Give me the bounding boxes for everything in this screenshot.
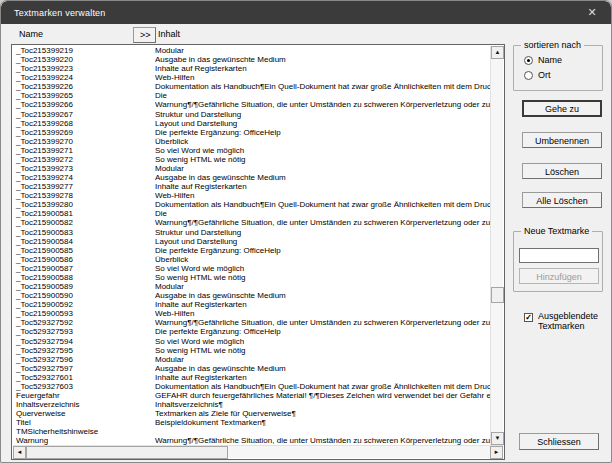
hidden-bookmarks-checkbox[interactable]: ✓ Ausgeblendete Textmarken xyxy=(524,311,600,331)
bookmark-content: So wenig HTML wie nötig xyxy=(155,273,490,282)
sort-by-ort-radio[interactable]: Ort xyxy=(524,70,551,80)
bookmark-row[interactable]: _Toc215900586Überblick xyxy=(13,255,490,264)
goto-button[interactable]: Gehe zu xyxy=(522,100,602,117)
close-dialog-button[interactable]: Schliessen xyxy=(519,433,599,450)
scroll-down-icon[interactable]: ▼ xyxy=(491,432,504,445)
bookmark-row[interactable]: _Toc215399278Web-Hilfen xyxy=(13,191,490,200)
bookmark-name: _Toc215900586 xyxy=(13,255,155,264)
bookmark-row[interactable]: WarnungWarnung¶/¶Gefährliche Situation, … xyxy=(13,436,490,445)
bookmark-row[interactable]: _Toc215900582Warnung¶/¶Gefährliche Situa… xyxy=(13,218,490,227)
add-button[interactable]: Hinzufügen xyxy=(519,268,599,284)
bookmark-row[interactable]: _Toc215900592Inhalte auf Registerkarten xyxy=(13,300,490,309)
bookmark-name: _Toc215399265 xyxy=(13,91,155,100)
bookmark-row[interactable]: _Toc215399270Überblick xyxy=(13,137,490,146)
bookmark-row[interactable]: _Toc215399224Web-Hilfen xyxy=(13,73,490,82)
horizontal-scrollbar[interactable]: ◄ ► xyxy=(13,445,503,458)
delete-all-button[interactable]: Alle Löschen xyxy=(522,192,602,208)
bookmark-row[interactable]: _Toc215399272So wenig HTML wie nötig xyxy=(13,155,490,164)
bookmark-content: Inhaltsverzeichnis¶ xyxy=(155,400,490,409)
delete-button[interactable]: Löschen xyxy=(522,163,602,179)
bookmark-row[interactable]: _Toc215399271So viel Word wie möglich xyxy=(13,146,490,155)
bookmark-row[interactable]: _Toc215399220Ausgabe in das gewünschte M… xyxy=(13,55,490,64)
scroll-right-icon[interactable]: ► xyxy=(490,446,503,459)
bookmark-row[interactable]: _Toc529327597Ausgabe in das gewünschte M… xyxy=(13,364,490,373)
new-bookmark-input[interactable] xyxy=(519,248,599,263)
bookmark-row[interactable]: _Toc529327596Modular xyxy=(13,355,490,364)
bookmark-content: Warnung¶/¶Gefährliche Situation, die unt… xyxy=(155,218,490,227)
bookmark-name: _Toc215399223 xyxy=(13,64,155,73)
bookmark-listbox[interactable]: _Toc215399219Modular_Toc215399220Ausgabe… xyxy=(11,44,505,460)
bookmark-name: _Toc215399273 xyxy=(13,164,155,173)
bookmark-row[interactable]: _Toc215399280Dokumentation als Handbuch¶… xyxy=(13,200,490,209)
scroll-up-icon[interactable]: ▲ xyxy=(491,46,504,59)
bookmark-name: _Toc215900590 xyxy=(13,291,155,300)
scroll-left-icon[interactable]: ◄ xyxy=(13,446,26,459)
bookmark-row[interactable]: _Toc529327593Die perfekte Ergänzung: Off… xyxy=(13,327,490,336)
bookmark-row[interactable]: FeuergefahrGEFAHR durch feuergefährliche… xyxy=(13,391,490,400)
bookmark-content: Inhalte auf Registerkarten xyxy=(155,300,490,309)
bookmark-row[interactable]: QuerverweiseTextmarken als Ziele für Que… xyxy=(13,409,490,418)
expand-columns-button[interactable]: >> xyxy=(133,27,156,43)
bookmark-row[interactable]: _Toc215399219Modular xyxy=(13,46,490,55)
bookmark-row[interactable]: _Toc215900589Modular xyxy=(13,282,490,291)
bookmark-row[interactable]: _Toc215399268Layout und Darstellung xyxy=(13,119,490,128)
bookmark-name: _Toc215399272 xyxy=(13,155,155,164)
bookmark-row[interactable]: _Toc529327595So wenig HTML wie nötig xyxy=(13,346,490,355)
bookmark-content: Ausgabe in das gewünschte Medium xyxy=(155,291,490,300)
bookmark-row[interactable]: _Toc215900588So wenig HTML wie nötig xyxy=(13,273,490,282)
bookmark-row[interactable]: _Toc215399266Warnung¶/¶Gefährliche Situa… xyxy=(13,100,490,109)
bookmark-row[interactable]: _Toc215399277Inhalte auf Registerkarten xyxy=(13,182,490,191)
checkbox-check-icon: ✓ xyxy=(524,313,533,322)
bookmark-row[interactable]: InhaltsverzeichnisInhaltsverzeichnis¶ xyxy=(13,400,490,409)
bookmark-content: So wenig HTML wie nötig xyxy=(155,155,490,164)
bookmark-content: Inhalte auf Registerkarten xyxy=(155,182,490,191)
bookmark-row[interactable]: _Toc215900593Web-Hilfen xyxy=(13,309,490,318)
bookmark-row[interactable]: _Toc529327594So viel Word wie möglich xyxy=(13,337,490,346)
bookmark-row[interactable]: _Toc215399269Die perfekte Ergänzung: Off… xyxy=(13,128,490,137)
bookmark-row[interactable]: TitelBeispieldokument Textmarken¶ xyxy=(13,418,490,427)
bookmark-row[interactable]: _Toc215900585Die perfekte Ergänzung: Off… xyxy=(13,246,490,255)
vertical-scrollbar[interactable]: ▲ ▼ xyxy=(490,46,503,445)
bookmark-row[interactable]: _Toc529327601Inhalte auf Registerkarten xyxy=(13,373,490,382)
bookmark-content: Überblick xyxy=(155,137,490,146)
title-bar[interactable]: Textmarken verwalten ✕ xyxy=(1,1,611,24)
bookmark-name: _Toc529327596 xyxy=(13,355,155,364)
bookmark-row[interactable]: _Toc215399226Dokumentation als Handbuch¶… xyxy=(13,82,490,91)
bookmark-name: _Toc529327595 xyxy=(13,346,155,355)
bookmark-row[interactable]: _Toc215399267Struktur und Darstellung xyxy=(13,110,490,119)
bookmark-content: Struktur und Darstellung xyxy=(155,110,490,119)
sort-by-name-radio[interactable]: Name xyxy=(524,55,562,65)
close-icon[interactable]: ✕ xyxy=(577,1,607,24)
bookmark-name: _Toc215399267 xyxy=(13,110,155,119)
bookmark-content xyxy=(155,427,490,436)
bookmark-row[interactable]: _Toc529327603Dokumentation als Handbuch¶… xyxy=(13,382,490,391)
bookmark-row[interactable]: TMSicherheitshinweise xyxy=(13,427,490,436)
bookmark-name: _Toc529327597 xyxy=(13,364,155,373)
window-title: Textmarken verwalten xyxy=(14,8,106,18)
bookmark-row[interactable]: _Toc215399274Ausgabe in das gewünschte M… xyxy=(13,173,490,182)
bookmark-content: Die perfekte Ergänzung: OfficeHelp xyxy=(155,128,490,137)
bookmark-content: Die xyxy=(155,91,490,100)
bookmark-name: Querverweise xyxy=(13,409,155,418)
bookmark-content: Web-Hilfen xyxy=(155,309,490,318)
bookmark-row[interactable]: _Toc215900581Die xyxy=(13,209,490,218)
bookmark-content: Die perfekte Ergänzung: OfficeHelp xyxy=(155,246,490,255)
bookmark-row[interactable]: _Toc215399223Inhalte auf Registerkarten xyxy=(13,64,490,73)
bookmark-row[interactable]: _Toc215399265Die xyxy=(13,91,490,100)
bookmark-row[interactable]: _Toc215900590Ausgabe in das gewünschte M… xyxy=(13,291,490,300)
bookmark-content: GEFAHR durch feuergefährliches Material!… xyxy=(155,391,490,400)
rename-button[interactable]: Umbenennen xyxy=(522,132,602,148)
bookmark-name: _Toc215399224 xyxy=(13,73,155,82)
bookmark-row[interactable]: _Toc215900584Layout und Darstellung xyxy=(13,237,490,246)
bookmark-row[interactable]: _Toc215399273Modular xyxy=(13,164,490,173)
bookmark-row[interactable]: _Toc529327592Warnung¶/¶Gefährliche Situa… xyxy=(13,318,490,327)
bookmark-content: Warnung¶/¶Gefährliche Situation, die unt… xyxy=(155,100,490,109)
name-column-label: Name xyxy=(19,29,43,39)
bookmark-content: Layout und Darstellung xyxy=(155,237,490,246)
bookmark-row[interactable]: _Toc215900587So viel Word wie möglich xyxy=(13,264,490,273)
horizontal-scroll-thumb[interactable] xyxy=(26,446,228,459)
vertical-scroll-thumb[interactable] xyxy=(491,287,504,303)
bookmark-row[interactable]: _Toc215900583Struktur und Darstellung xyxy=(13,228,490,237)
bookmark-name: _Toc215399271 xyxy=(13,146,155,155)
bookmark-name: _Toc215399274 xyxy=(13,173,155,182)
